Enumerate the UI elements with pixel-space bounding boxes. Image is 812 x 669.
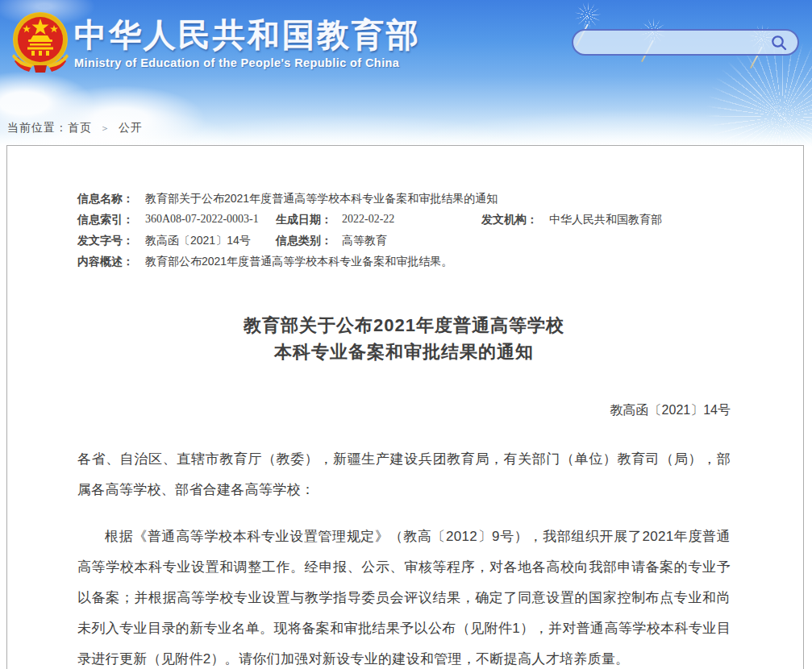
national-emblem-icon — [7, 7, 73, 85]
meta-label: 信息索引： — [77, 209, 145, 230]
meta-value: 教育部关于公布2021年度普通高等学校本科专业备案和审批结果的通知 — [145, 188, 498, 209]
search-button[interactable] — [770, 31, 797, 54]
document-meta-table: 信息名称： 教育部关于公布2021年度普通高等学校本科专业备案和审批结果的通知 … — [77, 188, 731, 272]
meta-value: 教高函〔2021〕14号 — [145, 230, 276, 251]
site-subtitle: Ministry of Education of the People's Re… — [74, 56, 421, 69]
document-salutation: 各省、自治区、直辖市教育厅（教委），新疆生产建设兵团教育局，有关部门（单位）教育… — [77, 444, 731, 505]
document-number: 教高函〔2021〕14号 — [77, 401, 731, 420]
meta-value: 高等教育 — [342, 230, 387, 251]
meta-label: 内容概述： — [77, 251, 145, 272]
document-panel: 信息名称： 教育部关于公布2021年度普通高等学校本科专业备案和审批结果的通知 … — [6, 145, 804, 669]
site-title: 中华人民共和国教育部 — [74, 16, 421, 53]
meta-value: 中华人民共和国教育部 — [549, 209, 662, 230]
meta-label: 信息类别： — [276, 230, 342, 251]
document-title-line1: 教育部关于公布2021年度普通高等学校 — [77, 312, 731, 339]
breadcrumb-separator-icon: ＞ — [100, 123, 110, 134]
search-icon — [770, 34, 788, 52]
meta-row-index-date-org: 信息索引： 360A08-07-2022-0003-1 生成日期： 2022-0… — [77, 209, 731, 230]
site-brand: 中华人民共和国教育部 Ministry of Education of the … — [74, 16, 421, 69]
breadcrumb-link-home[interactable]: 首页 — [68, 121, 92, 134]
meta-label: 信息名称： — [77, 188, 145, 209]
search-input[interactable] — [573, 31, 770, 54]
meta-row-name: 信息名称： 教育部关于公布2021年度普通高等学校本科专业备案和审批结果的通知 — [77, 188, 731, 209]
breadcrumb-link-section[interactable]: 公开 — [119, 121, 143, 134]
breadcrumb: 当前位置：首页＞公开 — [7, 121, 143, 135]
document-title-line2: 本科专业备案和审批结果的通知 — [77, 339, 731, 365]
meta-value: 360A08-07-2022-0003-1 — [145, 209, 276, 230]
meta-row-docnum-category: 发文字号： 教高函〔2021〕14号 信息类别： 高等教育 — [77, 230, 731, 251]
document-title: 教育部关于公布2021年度普通高等学校 本科专业备案和审批结果的通知 — [77, 312, 731, 365]
document-body-paragraph: 根据《普通高等学校本科专业设置管理规定》（教高〔2012〕9号），我部组织开展了… — [77, 521, 731, 669]
search-box[interactable] — [572, 29, 799, 56]
meta-label: 发文字号： — [77, 230, 145, 251]
meta-label: 发文机构： — [481, 209, 549, 230]
meta-label: 生成日期： — [276, 209, 342, 230]
meta-value: 2022-02-22 — [342, 209, 481, 230]
header-banner: 中华人民共和国教育部 Ministry of Education of the … — [0, 0, 812, 147]
dandelion-seed-icon — [574, 2, 602, 29]
meta-row-summary: 内容概述： 教育部公布2021年度普通高等学校本科专业备案和审批结果。 — [77, 251, 731, 272]
meta-value: 教育部公布2021年度普通高等学校本科专业备案和审批结果。 — [145, 251, 452, 272]
breadcrumb-prefix: 当前位置： — [7, 121, 68, 134]
